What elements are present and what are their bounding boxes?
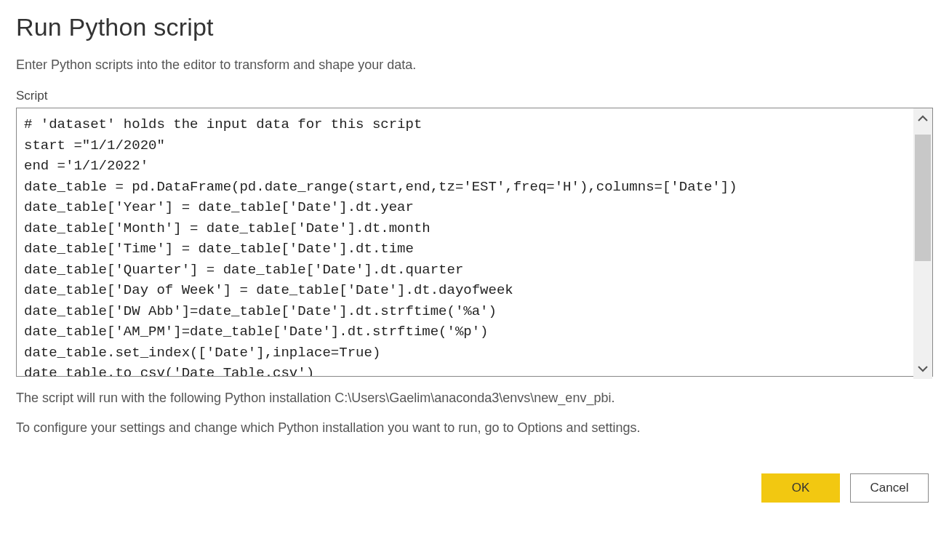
- script-editor[interactable]: [16, 108, 933, 377]
- scroll-track[interactable]: [913, 129, 932, 359]
- ok-button[interactable]: OK: [761, 473, 840, 503]
- python-install-info: The script will run with the following P…: [16, 387, 933, 409]
- scroll-up-arrow-icon[interactable]: [913, 108, 932, 129]
- dialog-subtitle: Enter Python scripts into the editor to …: [16, 57, 933, 73]
- dialog-title: Run Python script: [16, 13, 933, 41]
- cancel-button[interactable]: Cancel: [850, 473, 929, 503]
- settings-info: To configure your settings and change wh…: [16, 417, 933, 439]
- scrollbar[interactable]: [913, 108, 932, 379]
- button-row: OK Cancel: [16, 473, 933, 503]
- script-editor-wrapper: [16, 108, 933, 380]
- scroll-thumb[interactable]: [915, 135, 931, 261]
- scroll-down-arrow-icon[interactable]: [913, 359, 932, 379]
- script-label: Script: [16, 89, 933, 103]
- dialog-container: Run Python script Enter Python scripts i…: [16, 13, 933, 503]
